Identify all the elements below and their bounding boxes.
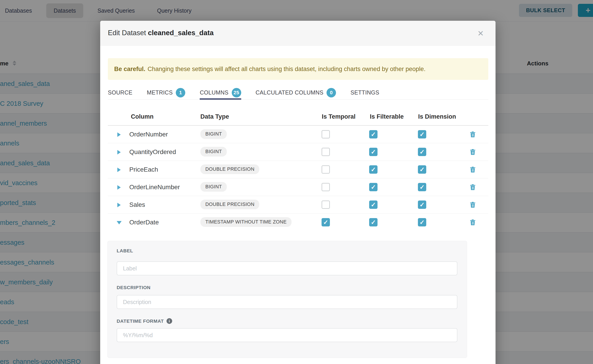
- data-type-pill: DOUBLE PRECISION: [200, 164, 259, 174]
- is-filterable-header: Is Filterable: [370, 113, 404, 120]
- table-row: Sales DOUBLE PRECISION: [108, 196, 488, 214]
- tab-metrics[interactable]: METRICS1: [147, 86, 185, 99]
- tab-columns[interactable]: COLUMNS25: [200, 86, 241, 99]
- description-field-label: DESCRIPTION: [117, 285, 151, 290]
- is-dimension-checkbox[interactable]: [418, 165, 426, 174]
- is-dimension-checkbox[interactable]: [418, 148, 426, 156]
- tab-label: CALCULATED COLUMNS: [256, 89, 323, 96]
- tab-label: COLUMNS: [200, 89, 228, 96]
- tab-label: SETTINGS: [350, 89, 379, 96]
- data-type-pill: DOUBLE PRECISION: [200, 200, 259, 209]
- edit-dataset-modal: Edit Dataset cleaned_sales_data Be caref…: [100, 21, 495, 364]
- column-name: Sales: [129, 201, 145, 208]
- tab-settings[interactable]: SETTINGS: [350, 86, 379, 99]
- close-icon[interactable]: [476, 28, 486, 38]
- label-text: DATETIME FORMAT: [117, 318, 164, 324]
- column-detail-panel: LABEL DESCRIPTION DATETIME FORMAT: [107, 241, 467, 358]
- modal-title: Edit Dataset cleaned_sales_data: [108, 29, 214, 37]
- is-filterable-checkbox[interactable]: [369, 130, 377, 138]
- is-filterable-checkbox[interactable]: [369, 201, 377, 209]
- warning-banner: Be careful. Changing these settings will…: [108, 58, 488, 80]
- table-row: QuantityOrdered BIGINT: [108, 143, 488, 161]
- columns-count-badge: 25: [232, 88, 241, 98]
- is-filterable-checkbox[interactable]: [369, 183, 377, 191]
- label-text: DESCRIPTION: [117, 285, 151, 290]
- datetime-format-input[interactable]: [117, 328, 457, 342]
- is-temporal-checkbox[interactable]: [322, 148, 330, 156]
- modal-title-prefix: Edit Dataset: [108, 29, 146, 37]
- delete-trash-icon[interactable]: [469, 130, 477, 138]
- data-type-pill: TIMESTAMP WITHOUT TIME ZONE: [200, 217, 291, 227]
- is-filterable-checkbox[interactable]: [369, 165, 377, 174]
- column-header: Column: [131, 113, 154, 120]
- warning-bold-text: Be careful.: [114, 66, 145, 73]
- datetime-format-field-label: DATETIME FORMAT: [117, 318, 172, 324]
- columns-table-body: OrderNumber BIGINT QuantityOrdered BIGIN…: [108, 126, 488, 231]
- is-dimension-checkbox[interactable]: [418, 218, 426, 227]
- modal-header: Edit Dataset cleaned_sales_data: [100, 21, 495, 46]
- expand-caret-icon[interactable]: [117, 203, 121, 207]
- column-name: OrderNumber: [129, 131, 168, 138]
- table-row: OrderNumber BIGINT: [108, 126, 488, 143]
- metrics-count-badge: 1: [176, 88, 185, 98]
- table-row: OrderLineNumber BIGINT: [108, 178, 488, 196]
- column-name: OrderLineNumber: [129, 184, 180, 191]
- tab-calculated-columns[interactable]: CALCULATED COLUMNS0: [256, 86, 336, 99]
- columns-table-header: Column Data Type Is Temporal Is Filterab…: [108, 108, 488, 126]
- is-temporal-checkbox[interactable]: [322, 201, 330, 209]
- column-name: OrderDate: [129, 219, 159, 226]
- is-temporal-checkbox[interactable]: [322, 183, 330, 191]
- delete-trash-icon[interactable]: [469, 218, 477, 227]
- label-input[interactable]: [117, 261, 457, 275]
- info-icon[interactable]: [166, 318, 172, 324]
- description-input[interactable]: [117, 295, 457, 309]
- is-temporal-checkbox[interactable]: [322, 165, 330, 174]
- label-field-label: LABEL: [117, 248, 133, 254]
- data-type-pill: BIGINT: [200, 129, 227, 139]
- delete-trash-icon[interactable]: [469, 148, 477, 156]
- data-type-header: Data Type: [200, 113, 229, 120]
- delete-trash-icon[interactable]: [469, 201, 477, 209]
- expand-caret-icon[interactable]: [117, 150, 121, 155]
- delete-trash-icon[interactable]: [469, 183, 477, 191]
- expand-caret-icon[interactable]: [117, 132, 121, 137]
- is-dimension-checkbox[interactable]: [418, 183, 426, 191]
- expand-caret-icon[interactable]: [117, 185, 121, 190]
- is-filterable-checkbox[interactable]: [369, 218, 377, 227]
- warning-text: Changing these settings will affect all …: [148, 66, 426, 73]
- tab-label: METRICS: [147, 89, 173, 96]
- is-dimension-header: Is Dimension: [418, 113, 456, 120]
- data-type-pill: BIGINT: [200, 147, 227, 156]
- is-temporal-header: Is Temporal: [322, 113, 356, 120]
- collapse-caret-icon[interactable]: [117, 221, 122, 224]
- modal-dataset-name: cleaned_sales_data: [148, 29, 214, 37]
- column-name: QuantityOrdered: [129, 148, 176, 156]
- data-type-pill: BIGINT: [200, 182, 227, 192]
- column-name: PriceEach: [129, 166, 158, 173]
- table-row: PriceEach DOUBLE PRECISION: [108, 161, 488, 178]
- label-text: LABEL: [117, 248, 133, 254]
- tab-label: SOURCE: [108, 89, 132, 96]
- expand-caret-icon[interactable]: [117, 168, 121, 172]
- is-dimension-checkbox[interactable]: [418, 130, 426, 138]
- datasets-page: Databases Datasets Saved Queries Query H…: [0, 0, 593, 364]
- is-temporal-checkbox[interactable]: [322, 130, 330, 138]
- modal-tabs: SOURCE METRICS1 COLUMNS25 CALCULATED COL…: [108, 86, 488, 100]
- is-temporal-checkbox[interactable]: [322, 218, 330, 227]
- is-dimension-checkbox[interactable]: [418, 201, 426, 209]
- tab-source[interactable]: SOURCE: [108, 86, 132, 99]
- delete-trash-icon[interactable]: [469, 166, 477, 174]
- table-row: OrderDate TIMESTAMP WITHOUT TIME ZONE: [108, 214, 488, 231]
- is-filterable-checkbox[interactable]: [369, 148, 377, 156]
- calculated-count-badge: 0: [327, 88, 336, 98]
